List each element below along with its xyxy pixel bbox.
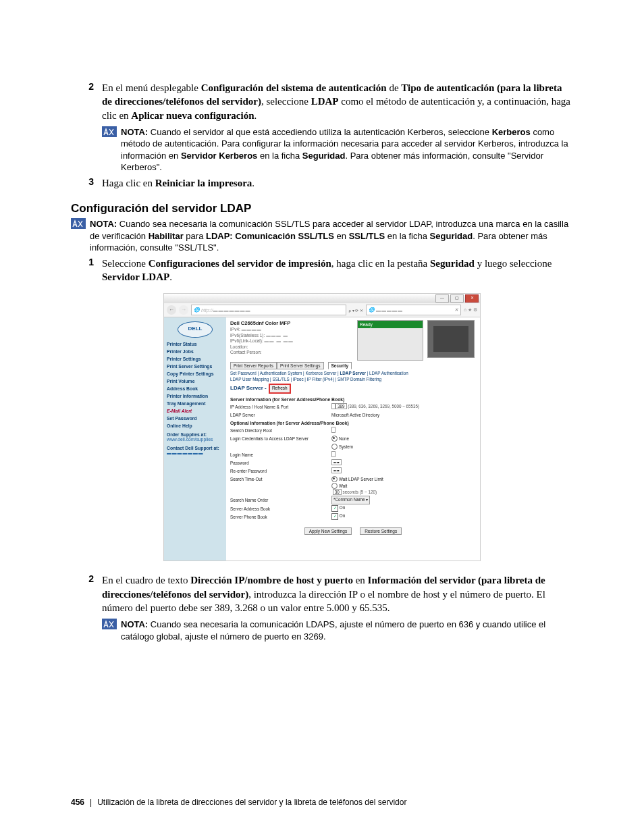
svg-rect-1 xyxy=(71,218,86,229)
back-button[interactable]: ← xyxy=(167,305,176,315)
field-value: Microsoft Active Directory xyxy=(331,413,476,417)
tab-security[interactable]: Security xyxy=(328,362,352,369)
address-bar[interactable]: 🌐 http://▬▬▬▬▬▬▬ xyxy=(191,305,346,315)
minimize-button[interactable]: — xyxy=(435,294,449,303)
step-number: 1 xyxy=(71,257,102,267)
subnav-link[interactable]: IPsec xyxy=(293,377,304,382)
sidebar-link[interactable]: www.dell.com/supplies xyxy=(167,437,223,442)
tab-print-server-reports[interactable]: Print Server Reports xyxy=(230,362,277,369)
sidebar-label: Contact Dell Support at: xyxy=(167,446,223,450)
sidebar-label: Order Supplies at: xyxy=(167,432,223,437)
subnav-link[interactable]: Authentication System xyxy=(260,371,302,375)
timeout-input[interactable]: 30 xyxy=(333,489,342,495)
step-number: 2 xyxy=(71,81,102,92)
field-label: IP Address / Host Name & Port xyxy=(230,405,331,409)
browser-menu-icons[interactable]: ⌂ ★ ⚙ xyxy=(464,307,477,313)
status-panel: Ready xyxy=(357,320,423,361)
subnav-link[interactable]: SMTP Domain Filtering xyxy=(338,377,381,382)
step-text: Seleccione Configuraciones del servidor … xyxy=(102,257,573,284)
printer-thumbnail xyxy=(427,320,475,358)
subnav-link[interactable]: Set Password xyxy=(230,371,257,375)
model-name: Dell C2665dnf Color MFP xyxy=(230,320,353,326)
sidebar-item[interactable]: E-Mail Alert xyxy=(167,409,223,413)
note-icon xyxy=(102,126,117,137)
form-header: Server Information (for Server Address/P… xyxy=(230,397,476,402)
close-button[interactable]: ✕ xyxy=(465,294,479,303)
svg-rect-2 xyxy=(102,619,117,629)
field-label: Search Name Order xyxy=(230,498,331,502)
sidebar-link[interactable]: ▬▬▬▬▬▬▬ xyxy=(167,450,223,455)
radio-wait-seconds[interactable] xyxy=(331,483,338,489)
sidebar-item[interactable]: Set Password xyxy=(167,416,223,421)
port-input[interactable]: 389 xyxy=(336,403,347,409)
sidebar-item[interactable]: Print Server Settings xyxy=(167,364,223,369)
note-text: NOTA: Cuando el servidor al que está acc… xyxy=(121,126,573,174)
apply-button[interactable]: Apply New Settings xyxy=(304,527,352,535)
sidebar-item[interactable]: Printer Settings xyxy=(167,357,223,361)
field-label: Server Phone Book xyxy=(230,515,331,519)
page-title: LDAP Server - Refresh xyxy=(226,382,480,394)
radio-system[interactable] xyxy=(331,444,338,450)
field-label: Password xyxy=(230,461,331,465)
login-name-input[interactable] xyxy=(331,451,336,457)
sidebar-item[interactable]: Copy Printer Settings xyxy=(167,371,223,376)
tab-print-server-settings[interactable]: Print Server Settings xyxy=(277,362,324,369)
browser-tools[interactable]: ρ ▾ ⟳ ✕ xyxy=(349,308,363,313)
addressbook-checkbox[interactable]: ✓ xyxy=(331,505,338,512)
password-input[interactable]: •••• xyxy=(331,459,342,465)
info-row: IPv6(Stateless 1): ▬▬▬ ▬ xyxy=(230,333,353,338)
field-label: LDAP Server xyxy=(230,413,331,417)
subnav-link[interactable]: LDAP User Mapping xyxy=(230,377,269,382)
step-text: Haga clic en Reiniciar la impresora. xyxy=(102,176,573,190)
subnav-link[interactable]: SSL/TLS xyxy=(272,377,289,382)
dell-logo: DELL xyxy=(178,321,213,338)
note-text: NOTA: Cuando sea necesaria la comunicaci… xyxy=(121,619,573,642)
refresh-button[interactable]: Refresh xyxy=(269,384,290,393)
embedded-screenshot: — ▢ ✕ ← → 🌐 http://▬▬▬▬▬▬▬ ρ ▾ ⟳ ✕ 🌐 ▬▬▬… xyxy=(163,293,481,561)
search-order-select[interactable]: *Common Name ▾ xyxy=(331,496,370,504)
note-text: NOTA: Cuando sea necesaria la comunicaci… xyxy=(90,218,573,254)
subnav-current: LDAP Server xyxy=(340,371,365,375)
info-row: Contact Person: xyxy=(230,350,353,355)
page-footer: 456|Utilización de la libreta de direcci… xyxy=(71,798,406,807)
field-label: Server Address Book xyxy=(230,506,331,511)
sidebar-item[interactable]: Online Help xyxy=(167,423,223,428)
sidebar-item[interactable]: Print Volume xyxy=(167,379,223,384)
note-icon xyxy=(71,218,86,229)
subnav-row: Set Password | Authentication System | K… xyxy=(226,369,480,375)
step-text: En el cuadro de texto Dirección IP/nombr… xyxy=(102,573,573,615)
sidebar: DELL Printer Status Printer Jobs Printer… xyxy=(164,317,226,561)
radio-wait-server[interactable] xyxy=(331,476,338,482)
sidebar-item[interactable]: Printer Information xyxy=(167,394,223,398)
sidebar-item[interactable]: Address Book xyxy=(167,386,223,391)
search-root-input[interactable] xyxy=(331,427,336,433)
forward-button[interactable]: → xyxy=(179,305,188,315)
step-number: 2 xyxy=(71,573,102,584)
sidebar-item[interactable]: Printer Jobs xyxy=(167,349,223,354)
info-row: IPv6(Link-Local): ▬▬ ▬ ▬▬ xyxy=(230,338,353,344)
note-icon xyxy=(102,619,117,629)
maximize-button[interactable]: ▢ xyxy=(450,294,464,303)
section-title: Configuración del servidor LDAP xyxy=(71,202,573,215)
subnav-link[interactable]: Kerberos Server xyxy=(305,371,336,375)
field-label: Login Credentials to Access LDAP Server xyxy=(230,436,331,441)
phonebook-checkbox[interactable]: ✓ xyxy=(331,513,338,520)
field-label: Search Directory Root xyxy=(230,428,331,433)
field-label: Re-enter Password xyxy=(230,469,331,473)
restore-button[interactable]: Restore Settings xyxy=(360,527,402,535)
password-confirm-input[interactable]: •••• xyxy=(331,467,342,473)
subnav-link[interactable]: IP Filter (IPv4) xyxy=(307,377,334,382)
radio-none[interactable] xyxy=(331,436,338,442)
step-number: 3 xyxy=(71,176,102,187)
tab-label[interactable]: 🌐 ▬▬▬▬▬✕ xyxy=(366,305,461,315)
info-row: IPv4: ▬▬▬▬ xyxy=(230,327,353,332)
sidebar-item[interactable]: Tray Management xyxy=(167,401,223,406)
port-hint: (389, 636, 3268, 3269, 5000 ~ 65535) xyxy=(348,404,419,409)
sidebar-item[interactable]: Printer Status xyxy=(167,342,223,346)
step-text: En el menú desplegable Configuración del… xyxy=(102,81,573,122)
field-label: Login Name xyxy=(230,452,331,457)
subnav-link[interactable]: LDAP Authentication xyxy=(369,371,408,375)
form-header: Optional Information (for Server Address… xyxy=(230,421,476,425)
info-row: Location: xyxy=(230,344,353,350)
subnav-row: LDAP User Mapping | SSL/TLS | IPsec | IP… xyxy=(226,375,480,382)
